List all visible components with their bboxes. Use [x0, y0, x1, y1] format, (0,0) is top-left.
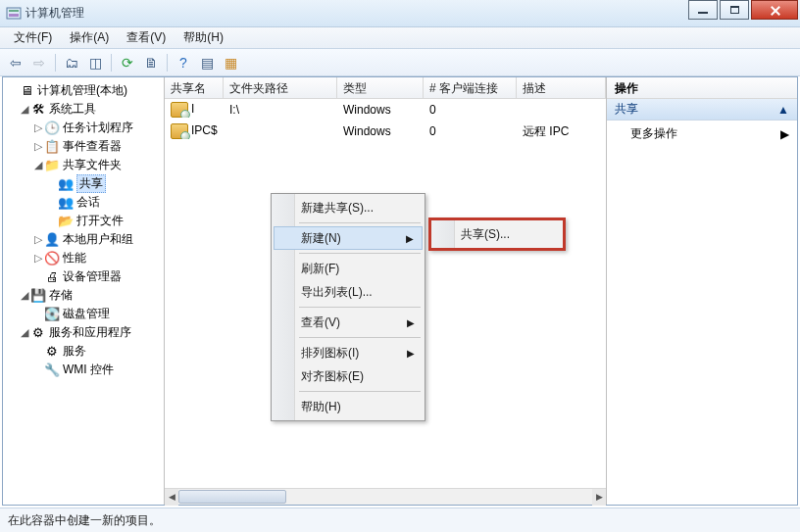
- share-row-icon: [171, 123, 188, 139]
- tools-icon: 🛠: [30, 102, 46, 118]
- ctx-help[interactable]: 帮助(H): [274, 395, 423, 418]
- tree-services-apps[interactable]: ◢⚙服务和应用程序: [5, 323, 162, 342]
- ctx-new[interactable]: 新建(N)▶: [274, 226, 423, 250]
- storage-icon: 💾: [30, 288, 46, 304]
- close-button[interactable]: [751, 0, 798, 20]
- forward-button[interactable]: ⇨: [28, 52, 50, 73]
- show-hide-tree-button[interactable]: ◫: [84, 52, 106, 73]
- users-icon: 👤: [44, 232, 60, 248]
- ctx-sub-share[interactable]: 共享(S)...: [433, 222, 561, 246]
- device-icon: 🖨: [44, 269, 60, 285]
- actions-section[interactable]: 共享 ▲: [607, 99, 797, 121]
- context-menu: 新建共享(S)... 新建(N)▶ 刷新(F) 导出列表(L)... 查看(V)…: [271, 193, 425, 421]
- refresh-button[interactable]: ⟳: [117, 52, 138, 73]
- cell-clients: 0: [424, 103, 517, 117]
- menu-bar: 文件(F) 操作(A) 查看(V) 帮助(H): [0, 27, 800, 49]
- window-buttons: [686, 0, 798, 20]
- list-row[interactable]: IPC$ Windows 0 远程 IPC: [165, 121, 606, 142]
- tree-services[interactable]: ⚙服务: [5, 342, 162, 361]
- cell-type: Windows: [337, 124, 424, 138]
- tree-open-files[interactable]: 📂打开文件: [5, 212, 162, 230]
- chevron-right-icon: ▶: [780, 127, 789, 141]
- session-icon: 👥: [58, 195, 74, 211]
- svg-rect-0: [7, 8, 21, 19]
- tree-shares[interactable]: 👥共享: [5, 174, 162, 193]
- menu-view[interactable]: 查看(V): [119, 27, 174, 48]
- ctx-export-list[interactable]: 导出列表(L)...: [274, 280, 423, 304]
- window-title: 计算机管理: [25, 5, 84, 22]
- tree-performance[interactable]: ▷🚫性能: [5, 249, 162, 267]
- menu-action[interactable]: 操作(A): [62, 27, 117, 48]
- tree-task-scheduler[interactable]: ▷🕒任务计划程序: [5, 119, 162, 137]
- services-icon: ⚙: [30, 325, 46, 341]
- wmi-icon: 🔧: [44, 363, 60, 378]
- column-headers: 共享名 文件夹路径 类型 # 客户端连接 描述: [165, 77, 606, 99]
- list-row[interactable]: I I:\ Windows 0: [165, 99, 606, 121]
- actions-pane: 操作 共享 ▲ 更多操作 ▶: [606, 77, 797, 505]
- scroll-thumb[interactable]: [178, 490, 286, 504]
- ctx-refresh[interactable]: 刷新(F): [274, 257, 423, 280]
- svg-rect-2: [9, 14, 19, 17]
- submenu-arrow-icon: ▶: [406, 233, 414, 244]
- tool-button-1[interactable]: ▤: [196, 52, 218, 73]
- navigation-tree: 🖥计算机管理(本地) ◢🛠系统工具 ▷🕒任务计划程序 ▷📋事件查看器 ◢📁共享文…: [3, 77, 165, 505]
- cell-clients: 0: [424, 124, 517, 138]
- col-clients[interactable]: # 客户端连接: [424, 77, 517, 98]
- minimize-button[interactable]: [688, 0, 718, 20]
- title-bar: 计算机管理: [0, 0, 800, 27]
- gear-icon: ⚙: [44, 344, 60, 360]
- ctx-align-icons[interactable]: 对齐图标(E): [274, 364, 423, 388]
- cell-type: Windows: [337, 103, 424, 117]
- submenu-arrow-icon: ▶: [407, 348, 415, 359]
- status-bar: 在此容器中创建一新的项目。: [0, 508, 800, 532]
- export-button[interactable]: 🗎: [140, 52, 162, 73]
- tree-storage[interactable]: ◢💾存储: [5, 286, 162, 305]
- tool-button-2[interactable]: ▦: [220, 52, 241, 73]
- help-button[interactable]: ?: [173, 52, 194, 73]
- col-folder-path[interactable]: 文件夹路径: [224, 77, 337, 98]
- tree-sessions[interactable]: 👥会话: [5, 193, 162, 212]
- ctx-view[interactable]: 查看(V)▶: [274, 311, 423, 334]
- actions-more-label: 更多操作: [630, 125, 677, 142]
- actions-header: 操作: [607, 77, 797, 99]
- cell-desc: 远程 IPC: [517, 123, 606, 140]
- actions-more[interactable]: 更多操作 ▶: [607, 121, 797, 147]
- share-row-icon: [171, 102, 188, 118]
- toolbar: ⇦ ⇨ 🗂 ◫ ⟳ 🗎 ? ▤ ▦: [0, 49, 800, 76]
- cell-name: IPC$: [191, 123, 218, 137]
- tree-root[interactable]: 🖥计算机管理(本地): [5, 81, 162, 100]
- back-button[interactable]: ⇦: [5, 52, 26, 73]
- col-type[interactable]: 类型: [337, 77, 424, 98]
- maximize-button[interactable]: [720, 0, 749, 20]
- scroll-left-arrow[interactable]: ◀: [165, 489, 178, 506]
- share-icon: 👥: [58, 176, 74, 192]
- tree-device-manager[interactable]: 🖨设备管理器: [5, 267, 162, 286]
- tree-shared-folders[interactable]: ◢📁共享文件夹: [5, 156, 162, 174]
- app-icon: [6, 6, 22, 22]
- computer-icon: 🖥: [19, 83, 34, 99]
- col-share-name[interactable]: 共享名: [165, 77, 224, 98]
- ctx-new-share[interactable]: 新建共享(S)...: [274, 196, 423, 219]
- tree-wmi[interactable]: 🔧WMI 控件: [5, 361, 162, 379]
- tree-system-tools[interactable]: ◢🛠系统工具: [5, 100, 162, 119]
- status-text: 在此容器中创建一新的项目。: [8, 513, 161, 527]
- collapse-arrow-icon: ▲: [777, 103, 789, 117]
- svg-rect-1: [9, 10, 19, 12]
- horizontal-scrollbar[interactable]: ◀ ▶: [165, 488, 606, 505]
- cell-path: I:\: [224, 103, 337, 117]
- menu-file[interactable]: 文件(F): [6, 27, 60, 48]
- menu-help[interactable]: 帮助(H): [175, 27, 231, 48]
- ctx-arrange-icons[interactable]: 排列图标(I)▶: [274, 341, 423, 364]
- folder-shared-icon: 📁: [44, 158, 60, 173]
- actions-section-label: 共享: [615, 101, 638, 118]
- col-description[interactable]: 描述: [517, 77, 606, 98]
- tree-event-viewer[interactable]: ▷📋事件查看器: [5, 137, 162, 156]
- cell-name: I: [191, 102, 194, 116]
- perf-icon: 🚫: [44, 251, 60, 266]
- tree-disk-management[interactable]: 💽磁盘管理: [5, 305, 162, 323]
- context-submenu-new: 共享(S)...: [428, 218, 566, 251]
- tree-local-users[interactable]: ▷👤本地用户和组: [5, 230, 162, 249]
- scroll-right-arrow[interactable]: ▶: [592, 489, 606, 506]
- openfile-icon: 📂: [58, 214, 74, 229]
- up-button[interactable]: 🗂: [61, 52, 82, 73]
